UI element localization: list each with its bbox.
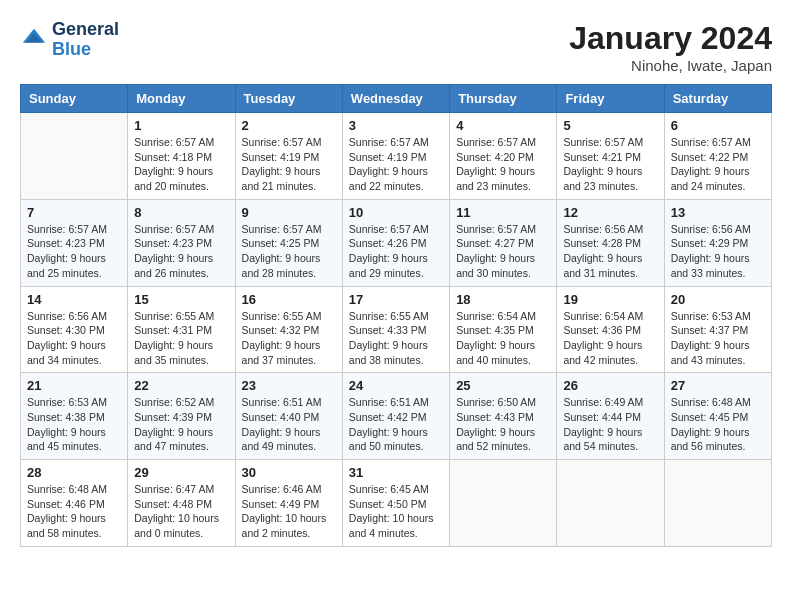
day-number: 14 <box>27 292 121 307</box>
calendar-week-row: 14Sunrise: 6:56 AM Sunset: 4:30 PM Dayli… <box>21 286 772 373</box>
day-info: Sunrise: 6:55 AM Sunset: 4:32 PM Dayligh… <box>242 309 336 368</box>
calendar-cell: 15Sunrise: 6:55 AM Sunset: 4:31 PM Dayli… <box>128 286 235 373</box>
day-info: Sunrise: 6:55 AM Sunset: 4:31 PM Dayligh… <box>134 309 228 368</box>
location-subtitle: Ninohe, Iwate, Japan <box>569 57 772 74</box>
day-info: Sunrise: 6:53 AM Sunset: 4:38 PM Dayligh… <box>27 395 121 454</box>
calendar-cell: 2Sunrise: 6:57 AM Sunset: 4:19 PM Daylig… <box>235 113 342 200</box>
calendar-week-row: 21Sunrise: 6:53 AM Sunset: 4:38 PM Dayli… <box>21 373 772 460</box>
weekday-header-row: SundayMondayTuesdayWednesdayThursdayFrid… <box>21 85 772 113</box>
day-info: Sunrise: 6:57 AM Sunset: 4:19 PM Dayligh… <box>349 135 443 194</box>
calendar-cell: 22Sunrise: 6:52 AM Sunset: 4:39 PM Dayli… <box>128 373 235 460</box>
calendar-cell: 20Sunrise: 6:53 AM Sunset: 4:37 PM Dayli… <box>664 286 771 373</box>
day-number: 12 <box>563 205 657 220</box>
day-info: Sunrise: 6:54 AM Sunset: 4:36 PM Dayligh… <box>563 309 657 368</box>
calendar-cell: 26Sunrise: 6:49 AM Sunset: 4:44 PM Dayli… <box>557 373 664 460</box>
day-number: 22 <box>134 378 228 393</box>
day-info: Sunrise: 6:46 AM Sunset: 4:49 PM Dayligh… <box>242 482 336 541</box>
day-number: 29 <box>134 465 228 480</box>
calendar-cell: 25Sunrise: 6:50 AM Sunset: 4:43 PM Dayli… <box>450 373 557 460</box>
calendar-cell: 19Sunrise: 6:54 AM Sunset: 4:36 PM Dayli… <box>557 286 664 373</box>
weekday-header: Friday <box>557 85 664 113</box>
day-number: 18 <box>456 292 550 307</box>
day-info: Sunrise: 6:57 AM Sunset: 4:18 PM Dayligh… <box>134 135 228 194</box>
calendar-cell: 16Sunrise: 6:55 AM Sunset: 4:32 PM Dayli… <box>235 286 342 373</box>
calendar-cell: 27Sunrise: 6:48 AM Sunset: 4:45 PM Dayli… <box>664 373 771 460</box>
day-info: Sunrise: 6:57 AM Sunset: 4:25 PM Dayligh… <box>242 222 336 281</box>
day-number: 1 <box>134 118 228 133</box>
day-info: Sunrise: 6:57 AM Sunset: 4:27 PM Dayligh… <box>456 222 550 281</box>
day-info: Sunrise: 6:53 AM Sunset: 4:37 PM Dayligh… <box>671 309 765 368</box>
calendar-cell: 10Sunrise: 6:57 AM Sunset: 4:26 PM Dayli… <box>342 199 449 286</box>
day-number: 31 <box>349 465 443 480</box>
day-info: Sunrise: 6:52 AM Sunset: 4:39 PM Dayligh… <box>134 395 228 454</box>
calendar-cell <box>450 460 557 547</box>
day-number: 6 <box>671 118 765 133</box>
day-number: 17 <box>349 292 443 307</box>
day-number: 7 <box>27 205 121 220</box>
weekday-header: Sunday <box>21 85 128 113</box>
day-info: Sunrise: 6:49 AM Sunset: 4:44 PM Dayligh… <box>563 395 657 454</box>
day-number: 19 <box>563 292 657 307</box>
calendar-cell: 17Sunrise: 6:55 AM Sunset: 4:33 PM Dayli… <box>342 286 449 373</box>
day-info: Sunrise: 6:57 AM Sunset: 4:21 PM Dayligh… <box>563 135 657 194</box>
logo-icon <box>20 26 48 54</box>
calendar-cell: 28Sunrise: 6:48 AM Sunset: 4:46 PM Dayli… <box>21 460 128 547</box>
calendar-cell <box>664 460 771 547</box>
weekday-header: Tuesday <box>235 85 342 113</box>
calendar-cell: 21Sunrise: 6:53 AM Sunset: 4:38 PM Dayli… <box>21 373 128 460</box>
day-info: Sunrise: 6:57 AM Sunset: 4:20 PM Dayligh… <box>456 135 550 194</box>
day-number: 15 <box>134 292 228 307</box>
calendar-cell: 13Sunrise: 6:56 AM Sunset: 4:29 PM Dayli… <box>664 199 771 286</box>
day-info: Sunrise: 6:56 AM Sunset: 4:29 PM Dayligh… <box>671 222 765 281</box>
calendar-cell: 8Sunrise: 6:57 AM Sunset: 4:23 PM Daylig… <box>128 199 235 286</box>
day-number: 5 <box>563 118 657 133</box>
calendar-week-row: 1Sunrise: 6:57 AM Sunset: 4:18 PM Daylig… <box>21 113 772 200</box>
calendar-cell: 9Sunrise: 6:57 AM Sunset: 4:25 PM Daylig… <box>235 199 342 286</box>
day-number: 3 <box>349 118 443 133</box>
day-info: Sunrise: 6:55 AM Sunset: 4:33 PM Dayligh… <box>349 309 443 368</box>
day-info: Sunrise: 6:54 AM Sunset: 4:35 PM Dayligh… <box>456 309 550 368</box>
day-info: Sunrise: 6:57 AM Sunset: 4:26 PM Dayligh… <box>349 222 443 281</box>
day-number: 11 <box>456 205 550 220</box>
calendar-cell: 6Sunrise: 6:57 AM Sunset: 4:22 PM Daylig… <box>664 113 771 200</box>
day-info: Sunrise: 6:51 AM Sunset: 4:40 PM Dayligh… <box>242 395 336 454</box>
calendar-cell: 18Sunrise: 6:54 AM Sunset: 4:35 PM Dayli… <box>450 286 557 373</box>
day-info: Sunrise: 6:56 AM Sunset: 4:30 PM Dayligh… <box>27 309 121 368</box>
logo: General Blue <box>20 20 119 60</box>
page-header: General Blue January 2024 Ninohe, Iwate,… <box>20 20 772 74</box>
calendar-cell: 3Sunrise: 6:57 AM Sunset: 4:19 PM Daylig… <box>342 113 449 200</box>
day-number: 13 <box>671 205 765 220</box>
day-info: Sunrise: 6:57 AM Sunset: 4:22 PM Dayligh… <box>671 135 765 194</box>
weekday-header: Wednesday <box>342 85 449 113</box>
day-number: 21 <box>27 378 121 393</box>
day-number: 30 <box>242 465 336 480</box>
calendar-cell: 4Sunrise: 6:57 AM Sunset: 4:20 PM Daylig… <box>450 113 557 200</box>
calendar-cell: 31Sunrise: 6:45 AM Sunset: 4:50 PM Dayli… <box>342 460 449 547</box>
day-number: 24 <box>349 378 443 393</box>
day-info: Sunrise: 6:48 AM Sunset: 4:46 PM Dayligh… <box>27 482 121 541</box>
day-info: Sunrise: 6:45 AM Sunset: 4:50 PM Dayligh… <box>349 482 443 541</box>
day-info: Sunrise: 6:48 AM Sunset: 4:45 PM Dayligh… <box>671 395 765 454</box>
day-number: 25 <box>456 378 550 393</box>
calendar-cell: 7Sunrise: 6:57 AM Sunset: 4:23 PM Daylig… <box>21 199 128 286</box>
calendar-cell: 30Sunrise: 6:46 AM Sunset: 4:49 PM Dayli… <box>235 460 342 547</box>
day-info: Sunrise: 6:51 AM Sunset: 4:42 PM Dayligh… <box>349 395 443 454</box>
day-number: 9 <box>242 205 336 220</box>
day-info: Sunrise: 6:56 AM Sunset: 4:28 PM Dayligh… <box>563 222 657 281</box>
weekday-header: Thursday <box>450 85 557 113</box>
logo-text: General Blue <box>52 20 119 60</box>
weekday-header: Monday <box>128 85 235 113</box>
month-title: January 2024 <box>569 20 772 57</box>
day-number: 16 <box>242 292 336 307</box>
weekday-header: Saturday <box>664 85 771 113</box>
day-number: 23 <box>242 378 336 393</box>
calendar-cell <box>21 113 128 200</box>
day-info: Sunrise: 6:50 AM Sunset: 4:43 PM Dayligh… <box>456 395 550 454</box>
calendar-table: SundayMondayTuesdayWednesdayThursdayFrid… <box>20 84 772 547</box>
day-info: Sunrise: 6:57 AM Sunset: 4:23 PM Dayligh… <box>27 222 121 281</box>
day-number: 27 <box>671 378 765 393</box>
day-info: Sunrise: 6:57 AM Sunset: 4:19 PM Dayligh… <box>242 135 336 194</box>
calendar-cell: 14Sunrise: 6:56 AM Sunset: 4:30 PM Dayli… <box>21 286 128 373</box>
calendar-cell: 23Sunrise: 6:51 AM Sunset: 4:40 PM Dayli… <box>235 373 342 460</box>
day-number: 2 <box>242 118 336 133</box>
